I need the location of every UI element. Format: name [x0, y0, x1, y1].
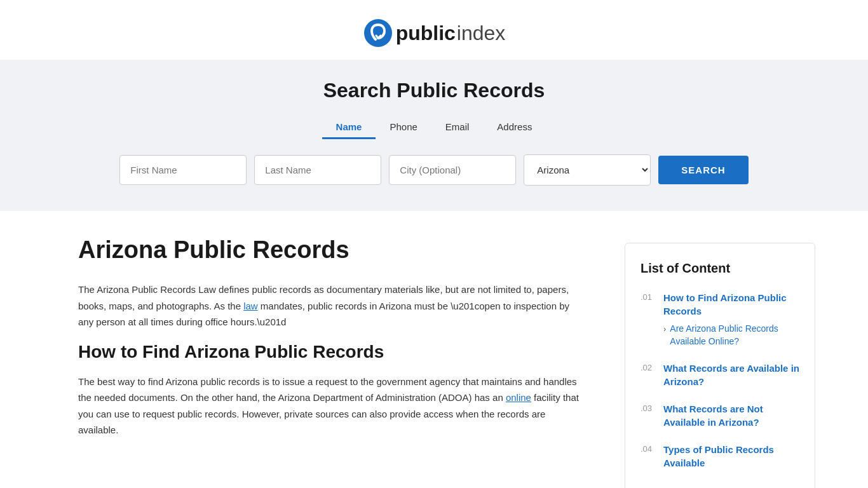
- header: publicindex: [0, 0, 868, 60]
- toc-link-4[interactable]: Types of Public Records Available: [663, 444, 774, 468]
- search-tabs: Name Phone Email Address: [13, 116, 855, 139]
- article-main-title: Arizona Public Records: [78, 236, 587, 264]
- search-button[interactable]: SEARCH: [658, 156, 748, 184]
- section1-title: How to Find Arizona Public Records: [78, 342, 587, 362]
- toc-item-3: .03 What Records are Not Available in Ar…: [641, 402, 799, 429]
- toc-num-2: .02: [641, 362, 656, 372]
- logo: publicindex: [363, 18, 506, 48]
- toc-link-1[interactable]: How to Find Arizona Public Records: [663, 292, 787, 316]
- toc-item-2: .02 What Records are Available in Arizon…: [641, 362, 799, 388]
- search-section: Search Public Records Name Phone Email A…: [0, 60, 868, 211]
- logo-text-index: index: [457, 22, 506, 45]
- section1-paragraph: The best way to find Arizona public reco…: [78, 374, 587, 438]
- tab-address[interactable]: Address: [483, 116, 546, 139]
- toc-item-1-content: How to Find Arizona Public Records › Are…: [663, 291, 799, 348]
- section1-text-before: The best way to find Arizona public reco…: [78, 376, 577, 403]
- main-content: Arizona Public Records The Arizona Publi…: [27, 211, 841, 488]
- toc-num-3: .03: [641, 402, 656, 413]
- toc-subitem-1: › Are Arizona Public Records Available O…: [663, 323, 799, 348]
- toc-title: List of Content: [641, 261, 799, 276]
- toc-item-1: .01 How to Find Arizona Public Records ›…: [641, 291, 799, 348]
- online-link[interactable]: online: [506, 392, 531, 403]
- tab-phone[interactable]: Phone: [376, 116, 431, 139]
- toc-num-1: .01: [641, 291, 656, 302]
- toc-link-2[interactable]: What Records are Available in Arizona?: [663, 363, 799, 387]
- city-input[interactable]: [389, 155, 516, 185]
- law-link[interactable]: law: [243, 301, 258, 311]
- last-name-input[interactable]: [254, 155, 381, 185]
- toc-link-3[interactable]: What Records are Not Available in Arizon…: [663, 403, 763, 428]
- logo-icon: [363, 18, 393, 48]
- logo-text-public: public: [396, 22, 456, 45]
- toc-item-4-content: Types of Public Records Available: [663, 443, 799, 470]
- chevron-icon-1: ›: [663, 324, 666, 334]
- article: Arizona Public Records The Arizona Publi…: [78, 236, 587, 450]
- tab-email[interactable]: Email: [431, 116, 484, 139]
- page-wrapper: publicindex Search Public Records Name P…: [0, 0, 868, 488]
- toc-item-2-content: What Records are Available in Arizona?: [663, 362, 799, 388]
- search-form: Arizona Alabama Alaska California Colora…: [85, 154, 783, 186]
- toc-sidebar: List of Content .01 How to Find Arizona …: [625, 243, 815, 488]
- state-select[interactable]: Arizona Alabama Alaska California Colora…: [524, 154, 651, 186]
- tab-name[interactable]: Name: [322, 116, 376, 139]
- first-name-input[interactable]: [119, 155, 247, 185]
- article-intro: The Arizona Public Records Law defines p…: [78, 281, 587, 330]
- toc-item-4: .04 Types of Public Records Available: [641, 443, 799, 470]
- search-title: Search Public Records: [13, 79, 855, 102]
- toc-item-3-content: What Records are Not Available in Arizon…: [663, 402, 799, 429]
- toc-num-4: .04: [641, 443, 656, 454]
- svg-point-0: [364, 19, 392, 47]
- toc-sublink-1[interactable]: Are Arizona Public Records Available Onl…: [670, 323, 799, 348]
